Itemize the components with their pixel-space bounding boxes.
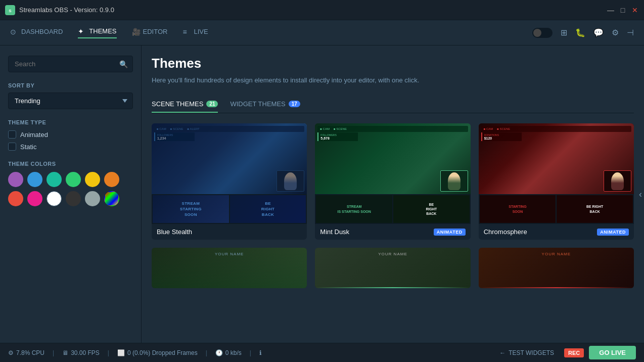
animated-checkbox[interactable] [8, 130, 16, 139]
go-live-button[interactable]: GO LIVE [589, 346, 636, 359]
theme-card-mint-dusk[interactable]: ■ CAM ■ SCENE FOLLOWERS 5,678 [315, 123, 470, 240]
info-icon[interactable]: ℹ [259, 349, 262, 356]
color-blue[interactable] [27, 172, 42, 187]
chromosphere-thumbs: STARTINGSOON BE RIGHTBACK [479, 194, 634, 224]
sort-by-select[interactable]: Trending Newest Most Popular [8, 93, 133, 109]
nav-label-editor: EDITOR [143, 28, 168, 35]
fps-value: 30.00 FPS [71, 349, 100, 356]
cpu-icon: ⚙ [8, 349, 14, 356]
blue-stealth-name: Blue Stealth [157, 228, 192, 236]
bandwidth-icon: 🕐 [215, 349, 223, 356]
theme-colors-label: THEME COLORS [8, 161, 133, 167]
live-icon: ≡ [182, 28, 191, 36]
color-orange[interactable] [104, 172, 119, 187]
static-checkbox[interactable] [8, 143, 16, 151]
mint-dusk-thumbs: STREAMIS STARTING SOON BERIGHTBACK [315, 194, 470, 224]
theme-card-5[interactable]: YOUR NAME [315, 248, 470, 288]
minimize-button[interactable]: — [607, 6, 615, 14]
color-white[interactable] [47, 191, 62, 206]
editor-icon: 🎥 [132, 28, 140, 36]
discord-icon[interactable]: 💬 [593, 28, 604, 37]
mint-dusk-thumb-1: STREAMIS STARTING SOON [316, 195, 392, 223]
color-purple[interactable] [8, 172, 23, 187]
widget-themes-badge: 17 [289, 101, 300, 107]
maximize-button[interactable]: □ [619, 6, 627, 14]
nav-item-live[interactable]: ≡ LIVE [182, 28, 208, 38]
blue-stealth-main-image: ■ CAM ■ SCENE ■ ALERT FOLLOWERS 1,234 [152, 123, 307, 194]
separator-2: | [108, 349, 109, 356]
dropped-icon: ⬜ [117, 349, 125, 356]
title-bar-left: S Streamlabs OBS - Version: 0.9.0 [5, 5, 114, 15]
tab-scene-themes[interactable]: SCENE THEMES 21 [152, 96, 218, 113]
theme-toggle[interactable] [532, 28, 553, 38]
theme-card-chromosphere[interactable]: ■ CAM ■ SCENE DONATIONS $120 [479, 123, 634, 240]
chromosphere-main-image: ■ CAM ■ SCENE DONATIONS $120 [479, 123, 634, 194]
rec-badge[interactable]: REC [564, 348, 584, 357]
static-checkbox-item[interactable]: Static [8, 143, 133, 151]
nav-item-themes[interactable]: ✦ THEMES [78, 27, 116, 38]
tabs: SCENE THEMES 21 WIDGET THEMES 17 [152, 96, 634, 113]
color-gray[interactable] [85, 191, 100, 206]
tab-widget-themes[interactable]: WIDGET THEMES 17 [230, 96, 300, 113]
themes-icon: ✦ [78, 27, 86, 35]
nav-right-controls: ⊞ 🐛 💬 ⚙ ⊣ [532, 28, 634, 38]
search-icon: 🔍 [119, 60, 128, 68]
separator-3: | [206, 349, 207, 356]
fps-status: 🖥 30.00 FPS [62, 349, 100, 356]
main-content: 🔍 SORT BY Trending Newest Most Popular T… [0, 46, 644, 343]
search-input[interactable] [8, 56, 133, 72]
search-container: 🔍 [8, 56, 133, 72]
animated-label: Animated [20, 131, 48, 139]
blue-stealth-thumb-1: STREAMSTARTINGSOON [153, 195, 229, 223]
mint-dusk-animated-badge: ANIMATED [434, 229, 466, 236]
info-item[interactable]: ℹ [259, 349, 262, 356]
theme-card-blue-stealth[interactable]: ■ CAM ■ SCENE ■ ALERT FOLLOWERS 1,234 [152, 123, 307, 240]
color-teal[interactable] [47, 172, 62, 187]
cpu-status: ⚙ 7.8% CPU [8, 349, 44, 356]
separator-1: | [53, 349, 54, 356]
status-bar: ⚙ 7.8% CPU | 🖥 30.00 FPS | ⬜ 0 (0.0%) Dr… [0, 343, 644, 362]
scroll-right-button[interactable]: ‹ [637, 183, 644, 206]
color-green[interactable] [66, 172, 81, 187]
blue-stealth-images: ■ CAM ■ SCENE ■ ALERT FOLLOWERS 1,234 [152, 123, 307, 224]
blue-stealth-footer: Blue Stealth [152, 224, 307, 240]
bug-icon[interactable]: 🐛 [575, 28, 585, 37]
columns-icon[interactable]: ⊞ [561, 28, 567, 37]
theme-card-6[interactable]: YOUR NAME [479, 248, 634, 288]
color-yellow[interactable] [85, 172, 100, 187]
arrow-icon: ← [499, 349, 505, 356]
nav-item-editor[interactable]: 🎥 EDITOR [132, 28, 168, 38]
close-button[interactable]: ✕ [631, 6, 639, 14]
bandwidth-status: 🕐 0 kb/s [215, 349, 242, 356]
color-red[interactable] [8, 191, 23, 206]
color-pink[interactable] [27, 191, 42, 206]
nav-label-live: LIVE [194, 28, 208, 35]
nav-items: ⊙ DASHBOARD ✦ THEMES 🎥 EDITOR ≡ LIVE [10, 27, 208, 38]
color-dark[interactable] [66, 191, 81, 206]
chromosphere-footer: Chromosphere ANIMATED [479, 224, 634, 240]
chromosphere-images: ■ CAM ■ SCENE DONATIONS $120 [479, 123, 634, 224]
theme-card-4[interactable]: YOUR NAME [152, 248, 307, 288]
sort-by-label: SORT BY [8, 82, 133, 88]
app-icon: S [5, 5, 15, 15]
dropped-status: ⬜ 0 (0.0%) Dropped Frames [117, 349, 198, 356]
test-widgets-button[interactable]: ← TEST WIDGETS [494, 347, 559, 358]
color-multicolor[interactable] [104, 191, 119, 206]
nav-item-dashboard[interactable]: ⊙ DASHBOARD [10, 28, 63, 38]
sidebar: 🔍 SORT BY Trending Newest Most Popular T… [0, 46, 142, 343]
mint-dusk-images: ■ CAM ■ SCENE FOLLOWERS 5,678 [315, 123, 470, 224]
chromosphere-thumb-1: STARTINGSOON [480, 195, 556, 223]
chromosphere-name: Chromosphere [484, 228, 527, 236]
settings-icon[interactable]: ⚙ [612, 28, 619, 37]
toggle-knob [533, 29, 541, 37]
svg-text:S: S [9, 9, 12, 13]
content-area: Themes Here you'll find hundreds of desi… [142, 46, 644, 343]
separator-4: | [250, 349, 251, 356]
title-bar: S Streamlabs OBS - Version: 0.9.0 — □ ✕ [0, 0, 644, 20]
bandwidth-value: 0 kb/s [225, 349, 242, 356]
collapse-icon[interactable]: ⊣ [627, 28, 634, 37]
window-controls: — □ ✕ [607, 6, 639, 14]
animated-checkbox-item[interactable]: Animated [8, 130, 133, 139]
blue-stealth-thumbs: STREAMSTARTINGSOON BERIGHTBACK [152, 194, 307, 224]
nav-bar: ⊙ DASHBOARD ✦ THEMES 🎥 EDITOR ≡ LIVE ⊞ 🐛… [0, 20, 644, 46]
